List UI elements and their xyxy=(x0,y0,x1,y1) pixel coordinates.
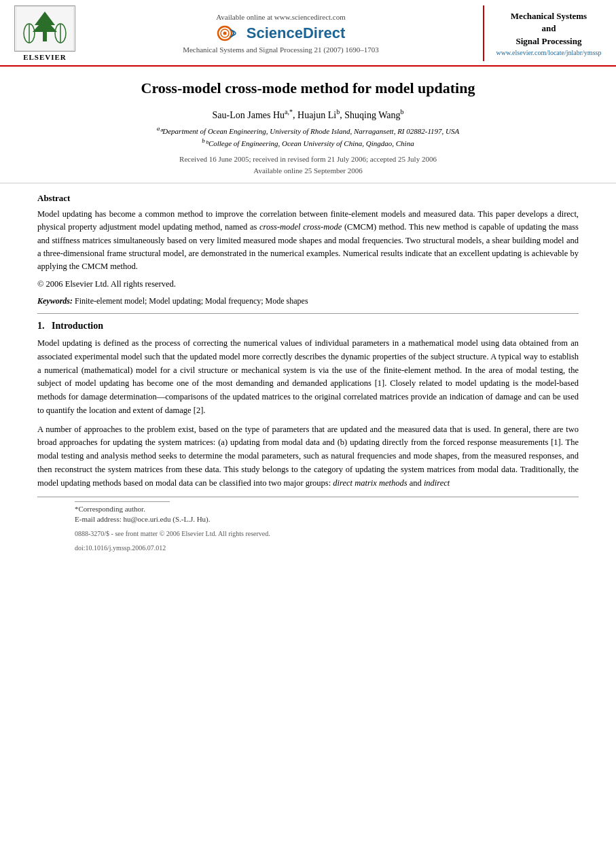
elsevier-logo-area: ELSEVIER xyxy=(11,5,79,61)
doi-line: doi:10.1016/j.ymssp.2006.07.012 xyxy=(75,544,541,552)
journal-title: Mechanical Systems and Signal Processing xyxy=(511,10,587,48)
journal-url-link[interactable]: www.elsevier.com/locate/jnlabr/ymssp xyxy=(496,49,602,56)
footer-section: *Corresponding author. E-mail address: h… xyxy=(37,497,579,556)
available-text: Available online 25 September 2006 xyxy=(253,166,362,175)
sciencedirect-text: ScienceDirect xyxy=(247,24,346,42)
corresponding-author-note: *Corresponding author. xyxy=(75,505,541,513)
section-heading-text: Introduction xyxy=(52,321,103,331)
elsevier-label: ELSEVIER xyxy=(23,53,67,61)
section-divider xyxy=(37,313,579,314)
received-dates: Received 16 June 2005; received in revis… xyxy=(37,154,579,177)
authors-line: Sau-Lon James Hua,*, Huajun Lib, Shuqing… xyxy=(37,108,579,121)
journal-title-line1: Mechanical Systems xyxy=(511,11,587,21)
copyright-text: © 2006 Elsevier Ltd. All rights reserved… xyxy=(37,278,579,291)
abstract-text: Model updating has become a common metho… xyxy=(37,208,579,274)
abstract-heading: Abstract xyxy=(37,193,579,204)
keywords-text: Finite-element model; Model updating; Mo… xyxy=(75,296,308,306)
elsevier-logo xyxy=(14,5,75,52)
keywords-label: Keywords: xyxy=(37,296,73,306)
received-text: Received 16 June 2005; received in revis… xyxy=(179,155,437,163)
journal-title-line2: and xyxy=(542,23,556,33)
intro-paragraph-2: A number of approaches to the problem ex… xyxy=(37,423,579,490)
email-note: E-mail address: hu@oce.uri.edu (S.-L.J. … xyxy=(75,515,541,523)
abstract-section: Abstract Model updating has become a com… xyxy=(37,193,579,306)
sd-logo-icon xyxy=(217,24,242,43)
affiliations: aᵃDepartment of Ocean Engineering, Unive… xyxy=(37,124,579,149)
introduction-section: 1. Introduction Model updating is define… xyxy=(37,321,579,490)
page-header: ELSEVIER Available online at www.science… xyxy=(0,0,616,67)
affiliation-b: ᵇCollege of Engineering, Ocean Universit… xyxy=(205,139,414,147)
svg-rect-1 xyxy=(43,32,47,41)
journal-citation-line: Mechanical Systems and Signal Processing… xyxy=(183,46,379,54)
email-value: hu@oce.uri.edu (S.-L.J. Hu). xyxy=(123,515,210,523)
keywords-line: Keywords: Finite-element model; Model up… xyxy=(37,296,579,306)
header-center: Available online at www.sciencedirect.co… xyxy=(86,5,476,61)
journal-title-area: Mechanical Systems and Signal Processing… xyxy=(483,5,605,61)
introduction-heading: 1. Introduction xyxy=(37,321,579,332)
article-header: Cross-model cross-mode method for model … xyxy=(0,67,616,183)
section-number: 1. xyxy=(37,321,45,331)
sciencedirect-logo: ScienceDirect xyxy=(217,24,346,43)
issn-line: 0888-3270/$ - see front matter © 2006 El… xyxy=(75,530,541,537)
footnote-divider xyxy=(75,501,170,502)
intro-paragraph-1: Model updating is defined as the process… xyxy=(37,337,579,418)
email-label: E-mail address: xyxy=(75,515,122,523)
journal-title-line3: Signal Processing xyxy=(516,36,582,46)
article-title: Cross-model cross-mode method for model … xyxy=(37,79,579,99)
main-content: Abstract Model updating has become a com… xyxy=(0,183,616,570)
available-online-text: Available online at www.sciencedirect.co… xyxy=(216,13,346,21)
affiliation-a: ᵃDepartment of Ocean Engineering, Univer… xyxy=(160,127,459,135)
svg-point-10 xyxy=(223,32,226,35)
